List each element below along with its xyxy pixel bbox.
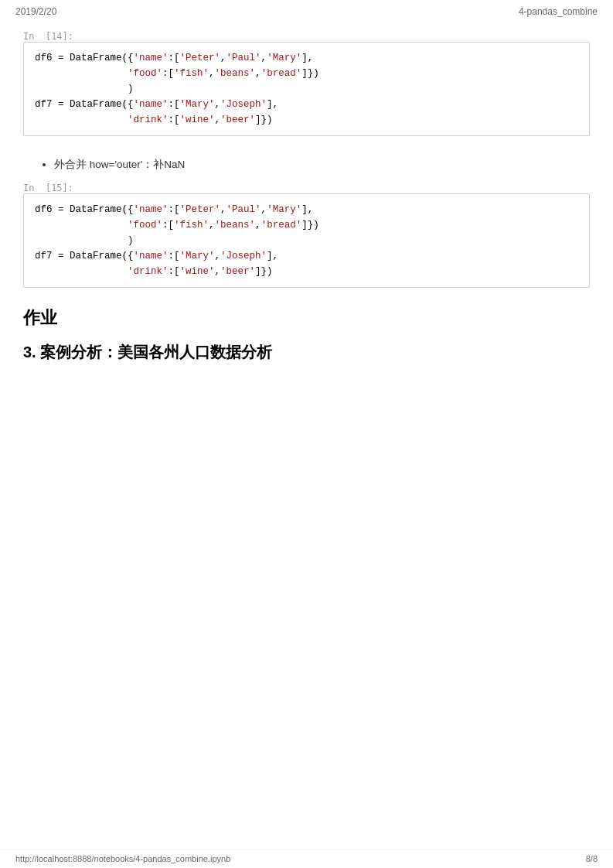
footer-url: http://localhost:8888/notebooks/4-pandas… (15, 854, 230, 863)
page-footer: http://localhost:8888/notebooks/4-pandas… (0, 849, 613, 868)
cell-14-number: [14]: (46, 31, 73, 42)
page-header: 2019/2/20 4-pandas_combine (0, 0, 613, 23)
homework-section: 作业 3. 案例分析：美国各州人口数据分析 (23, 306, 590, 363)
code-line-8: ) (35, 233, 578, 248)
cell-14-label: In [14]: (23, 31, 590, 42)
code-line-5: 'drink':['wine','beer']}) (35, 112, 578, 128)
cell-15-code[interactable]: df6 = DataFrame({'name':['Peter','Paul',… (23, 193, 590, 288)
cell-15-block: In [15]: df6 = DataFrame({'name':['Peter… (23, 183, 590, 288)
bullet-item: 外合并 how='outer'：补NaN (54, 158, 590, 172)
code-line-10: 'drink':['wine','beer']}) (35, 264, 578, 279)
homework-title: 作业 (23, 306, 590, 330)
content-area: In [14]: df6 = DataFrame({'name':['Peter… (0, 23, 613, 417)
code-line-2: 'food':['fish','beans','bread']}) (35, 66, 578, 81)
code-line-3: ) (35, 81, 578, 97)
bullet-section: 外合并 how='outer'：补NaN (23, 150, 590, 183)
code-line-6: df6 = DataFrame({'name':['Peter','Paul',… (35, 202, 578, 217)
code-line-1: df6 = DataFrame({'name':['Peter','Paul',… (35, 50, 578, 66)
footer-page: 8/8 (586, 854, 598, 863)
code-line-7: 'food':['fish','beans','bread']}) (35, 217, 578, 233)
cell-14-code[interactable]: df6 = DataFrame({'name':['Peter','Paul',… (23, 42, 590, 136)
case-title: 3. 案例分析：美国各州人口数据分析 (23, 342, 590, 363)
cell-14-block: In [14]: df6 = DataFrame({'name':['Peter… (23, 31, 590, 136)
cell-15-number: [15]: (46, 183, 73, 193)
code-line-9: df7 = DataFrame({'name':['Mary','Joseph'… (35, 248, 578, 264)
header-title: 4-pandas_combine (519, 6, 598, 17)
header-date: 2019/2/20 (15, 6, 56, 17)
code-line-4: df7 = DataFrame({'name':['Mary','Joseph'… (35, 97, 578, 112)
cell-15-label: In [15]: (23, 183, 590, 193)
